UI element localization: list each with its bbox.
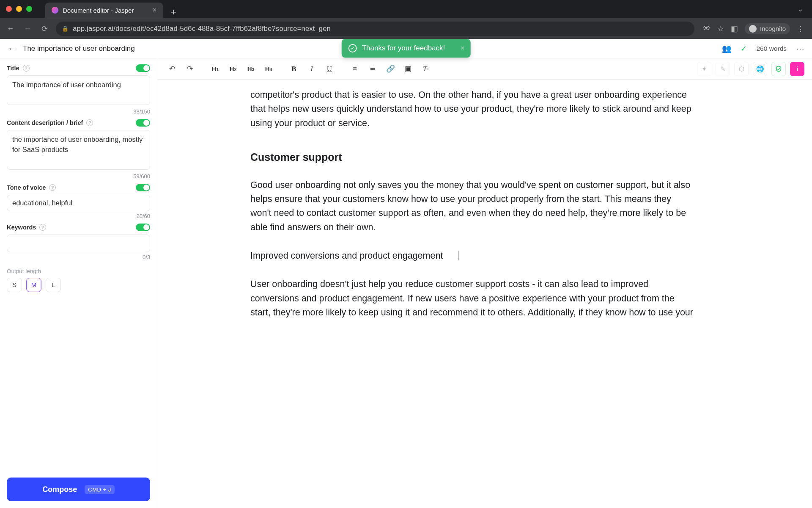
tone-toggle[interactable] [136, 184, 150, 191]
paragraph[interactable]: User onboarding doesn't just help you re… [250, 277, 694, 320]
h2-button[interactable]: H2 [226, 62, 240, 76]
compose-label: Compose [42, 485, 77, 494]
settings-sidebar: Title ? 33/150 Content description / bri… [0, 58, 157, 508]
address-bar-row: ← → ⟳ 🔒 app.jasper.ai/docs/edit/ec42d8ad… [0, 18, 812, 39]
brief-field: Content description / brief ? 59/600 [7, 119, 150, 179]
compose-shortcut: CMD + J [85, 485, 114, 494]
link-icon[interactable]: 🔗 [383, 62, 398, 76]
window-close-dot[interactable] [6, 6, 12, 12]
eye-off-icon[interactable]: 👁 [703, 24, 710, 33]
toast-check-icon: ✓ [348, 44, 357, 52]
clear-format-icon[interactable]: Tx [419, 62, 433, 76]
back-arrow-icon[interactable]: ← [8, 44, 16, 53]
brief-toggle[interactable] [136, 119, 150, 127]
undo-icon[interactable]: ↶ [165, 62, 179, 76]
globe-icon[interactable]: 🌐 [753, 62, 767, 76]
doc-title: The importance of user onboarding [23, 44, 135, 53]
url-box[interactable]: 🔒 app.jasper.ai/docs/edit/ec42d8ad-5d6c-… [56, 22, 694, 36]
title-toggle[interactable] [136, 64, 150, 72]
nav-reload-icon[interactable]: ⟳ [39, 24, 50, 33]
unordered-list-icon[interactable]: ≣ [365, 62, 380, 76]
window-zoom-dot[interactable] [26, 6, 32, 12]
image-icon[interactable]: ▣ [401, 62, 415, 76]
paragraph[interactable]: competitor's product that is easier to u… [250, 88, 694, 130]
shield-check-icon[interactable] [771, 62, 786, 76]
incognito-icon [749, 25, 757, 33]
heading-customer-support[interactable]: Customer support [250, 149, 694, 166]
share-people-icon[interactable]: 👥 [722, 44, 731, 53]
redo-icon[interactable]: ↷ [183, 62, 197, 76]
nav-back-icon[interactable]: ← [5, 24, 16, 33]
output-length-group: S M L [7, 278, 150, 292]
browser-chrome: Document editor - Jasper × + ⌄ ← → ⟳ 🔒 a… [0, 0, 812, 39]
app-area: ← The importance of user onboarding 👥 ✓ … [0, 39, 812, 508]
ai-sparkle-icon[interactable]: ✦ [697, 62, 711, 76]
keywords-input[interactable] [7, 235, 150, 252]
tone-counter: 20/60 [7, 213, 150, 219]
help-icon[interactable]: ? [23, 65, 30, 72]
keywords-field: Keywords ? 0/3 [7, 224, 150, 260]
word-count: 260 words [756, 45, 787, 52]
length-m-button[interactable]: M [26, 278, 41, 292]
more-menu-icon[interactable]: ⋯ [796, 44, 804, 54]
bookmark-star-icon[interactable]: ☆ [717, 24, 724, 33]
h1-button[interactable]: H1 [208, 62, 222, 76]
help-icon[interactable]: ? [49, 184, 56, 191]
incognito-label: Incognito [760, 25, 786, 32]
text-run: Improved conversions and product engagem… [250, 251, 443, 261]
nav-forward-icon[interactable]: → [22, 24, 33, 33]
toast-close-icon[interactable]: × [461, 44, 464, 52]
info-button[interactable]: i [790, 62, 804, 76]
title-input[interactable] [7, 75, 150, 105]
lock-icon: 🔒 [62, 25, 69, 32]
extensions-icon[interactable]: ◧ [731, 24, 738, 33]
length-s-button[interactable]: S [7, 278, 22, 292]
tone-field: Tone of voice ? 20/60 [7, 184, 150, 219]
tab-overflow-icon[interactable]: ⌄ [797, 4, 806, 14]
tab-strip: Document editor - Jasper × + [45, 0, 184, 18]
text-caret [458, 251, 458, 260]
editor-pane: ↶ ↷ H1 H2 H3 H4 B I U ≡ ≣ 🔗 ▣ Tx ✦ ✎ [157, 58, 812, 508]
paragraph[interactable]: Good user onboarding not only saves you … [250, 178, 694, 235]
help-icon[interactable]: ? [86, 119, 93, 126]
title-counter: 33/150 [7, 108, 150, 115]
brief-input[interactable] [7, 130, 150, 170]
help-icon[interactable]: ? [39, 224, 46, 231]
underline-button[interactable]: U [322, 62, 337, 76]
tab-close-icon[interactable]: × [153, 6, 156, 14]
saved-check-icon: ✓ [741, 44, 747, 53]
h3-button[interactable]: H3 [244, 62, 258, 76]
h4-button[interactable]: H4 [261, 62, 276, 76]
url-text: app.jasper.ai/docs/edit/ec42d8ad-5d6c-48… [73, 25, 331, 33]
output-length-label: Output length [7, 268, 150, 274]
title-field: Title ? 33/150 [7, 64, 150, 115]
tab-title: Document editor - Jasper [63, 7, 134, 14]
compose-button[interactable]: Compose CMD + J [7, 478, 150, 501]
toast-message: Thanks for your feedback! [362, 44, 445, 52]
document-content[interactable]: competitor's product that is easier to u… [250, 80, 711, 353]
keywords-counter: 0/3 [7, 254, 150, 260]
window-traffic-lights[interactable] [6, 6, 32, 12]
new-tab-button[interactable]: + [163, 7, 184, 18]
keywords-toggle[interactable] [136, 224, 150, 231]
window-minimize-dot[interactable] [16, 6, 22, 12]
bold-button[interactable]: B [287, 62, 301, 76]
incognito-chip[interactable]: Incognito [745, 23, 790, 34]
title-label: Title [7, 65, 19, 72]
editor-toolbar: ↶ ↷ H1 H2 H3 H4 B I U ≡ ≣ 🔗 ▣ Tx ✦ ✎ [157, 58, 812, 80]
feedback-toast: ✓ Thanks for your feedback! × [342, 39, 471, 58]
tone-label: Tone of voice [7, 184, 46, 191]
document-scroll[interactable]: competitor's product that is easier to u… [157, 80, 812, 508]
browser-menu-icon[interactable]: ⋮ [797, 24, 804, 33]
browser-tab[interactable]: Document editor - Jasper × [45, 3, 163, 18]
globe-faded-icon[interactable]: ⬡ [734, 62, 749, 76]
edit-pencil-icon[interactable]: ✎ [716, 62, 730, 76]
length-l-button[interactable]: L [46, 278, 61, 292]
paragraph[interactable]: Improved conversions and product engagem… [250, 249, 694, 263]
window-titlebar: Document editor - Jasper × + ⌄ [0, 0, 812, 18]
tone-input[interactable] [7, 195, 150, 211]
tab-favicon [52, 7, 58, 14]
ordered-list-icon[interactable]: ≡ [348, 62, 362, 76]
brief-label: Content description / brief [7, 119, 83, 126]
italic-button[interactable]: I [304, 62, 319, 76]
